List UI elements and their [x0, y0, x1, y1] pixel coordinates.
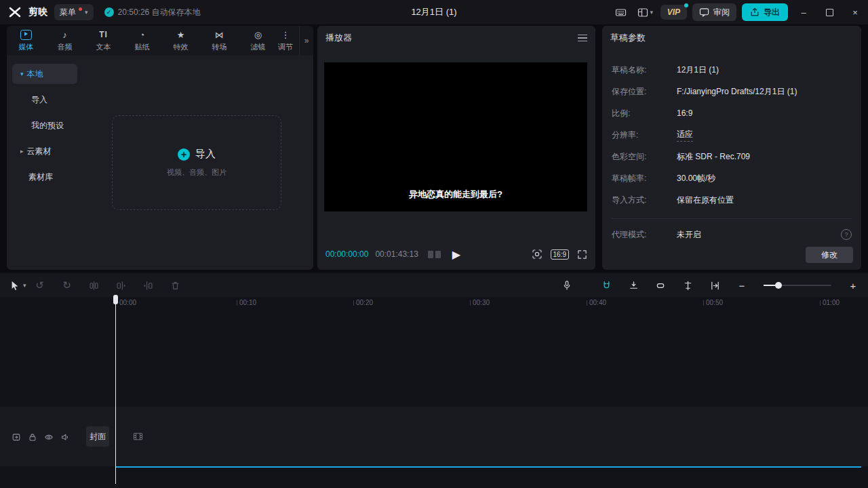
track-display-toggle-icon[interactable]	[12, 432, 21, 442]
playhead-handle[interactable]	[113, 295, 118, 304]
player-title: 播放器	[326, 32, 352, 44]
tab-audio[interactable]: ♪ 音频	[45, 26, 84, 56]
sidebar-item-cloud[interactable]: ▸ 云素材	[12, 141, 77, 161]
magnet-icon[interactable]	[601, 280, 612, 291]
review-icon	[699, 7, 709, 17]
cover-button[interactable]: 封面	[86, 426, 109, 447]
link-icon[interactable]	[655, 280, 666, 291]
tab-media[interactable]: 媒体	[7, 26, 45, 56]
export-button[interactable]: 导出	[742, 3, 788, 21]
autosave-text: 20:50:26 自动保存本地	[118, 7, 201, 18]
shortcut-keyboard-button[interactable]	[612, 4, 631, 20]
tab-transition-label: 转场	[212, 42, 227, 52]
import-label: 导入	[195, 148, 216, 161]
aspect-ratio-button[interactable]: 16:9	[551, 249, 569, 260]
video-caption: 异地恋真的能走到最后?	[409, 188, 502, 201]
edit-tools: ↺ ↻	[35, 280, 181, 291]
window-close-button[interactable]: ×	[845, 0, 865, 24]
param-row-colorspace: 色彩空间: 标准 SDR - Rec.709	[612, 146, 852, 167]
ruler-tick: 01:00	[820, 299, 840, 306]
main-track[interactable]	[0, 407, 868, 466]
tab-effects[interactable]: ★ 特效	[161, 26, 200, 56]
param-row-import-mode: 导入方式: 保留在原有位置	[612, 189, 852, 211]
review-label: 审阅	[713, 7, 730, 18]
select-tool-button[interactable]: ▾	[9, 280, 26, 291]
in-out-point-icon[interactable]	[709, 280, 720, 291]
layout-switch-button[interactable]: ▾	[636, 4, 655, 20]
player-menu-icon[interactable]	[578, 35, 587, 42]
video-preview[interactable]: 异地恋真的能走到最后?	[324, 62, 587, 211]
cover-label: 封面	[90, 431, 106, 443]
delete-icon[interactable]	[170, 280, 181, 291]
redo-icon[interactable]: ↻	[62, 280, 73, 291]
tab-sticker[interactable]: ◔ 贴纸	[123, 26, 161, 56]
trim-left-icon[interactable]	[116, 280, 127, 291]
media-sidebar: ▾ 本地 导入 我的预设 ▸ 云素材 素材库	[12, 64, 77, 192]
player-header: 播放器	[317, 26, 595, 50]
import-dropzone[interactable]: + 导入 视频、音频、图片	[112, 115, 281, 210]
vip-label: VIP	[667, 7, 680, 17]
timeline-zoom-slider[interactable]	[764, 285, 831, 286]
audio-icon: ♪	[62, 30, 67, 40]
sidebar-item-local[interactable]: ▾ 本地	[12, 64, 77, 84]
tab-transition[interactable]: ⋈ 转场	[200, 26, 239, 56]
sidebar-item-label: 我的预设	[31, 120, 64, 131]
window-maximize-button[interactable]	[819, 0, 840, 24]
ruler-tick: 00:30	[470, 299, 490, 306]
auto-snap-icon[interactable]	[628, 280, 639, 291]
fullscreen-icon[interactable]	[577, 249, 587, 260]
ruler-tick: 00:20	[353, 299, 373, 306]
menu-button[interactable]: 菜单 ▾	[54, 4, 94, 20]
trim-right-icon[interactable]	[143, 280, 154, 291]
expand-tabs-button[interactable]: »	[299, 26, 313, 56]
tab-filter-label: 滤镜	[251, 42, 266, 52]
app-window: 剪映 菜单 ▾ ✓ 20:50:26 自动保存本地 12月1日 (1)	[0, 0, 868, 488]
lock-icon[interactable]	[28, 432, 37, 442]
sidebar-item-import[interactable]: 导入	[12, 89, 77, 110]
speaker-icon[interactable]	[60, 432, 70, 442]
split-icon[interactable]	[89, 280, 100, 291]
timeline-ruler[interactable]: 00:00 00:10 00:20 00:30 00:40 00:50 01:0…	[0, 297, 868, 309]
tab-adjust[interactable]: ⋮ 调节	[277, 26, 294, 56]
transition-icon: ⋈	[215, 30, 224, 40]
zoom-in-icon[interactable]: +	[848, 280, 859, 291]
tab-audio-label: 音频	[58, 42, 73, 52]
resolution-value[interactable]: 适应	[677, 129, 693, 142]
sidebar-item-label: 导入	[31, 94, 47, 106]
undo-icon[interactable]: ↺	[35, 280, 45, 291]
sidebar-item-library[interactable]: 素材库	[12, 167, 77, 187]
tab-sticker-label: 贴纸	[135, 42, 150, 52]
frame-view-icon[interactable]	[428, 251, 441, 258]
eye-icon[interactable]	[44, 432, 54, 442]
film-clip-icon[interactable]	[133, 432, 143, 441]
play-button[interactable]: ▶	[452, 248, 460, 261]
proxy-info-icon[interactable]: ?	[841, 229, 852, 240]
params-rows: 草稿名称: 12月1日 (1) 保存位置: F:/JianyingPro Dra…	[612, 59, 852, 211]
review-button[interactable]: 审阅	[692, 3, 736, 21]
vip-badge[interactable]: VIP	[660, 5, 687, 20]
tab-text[interactable]: TI 文本	[84, 26, 123, 56]
params-title: 草稿参数	[602, 26, 861, 50]
tab-filter[interactable]: ◎ 滤镜	[239, 26, 277, 56]
maximize-icon	[826, 9, 833, 16]
export-icon	[750, 7, 760, 17]
preview-axis-icon[interactable]	[682, 280, 693, 291]
zoom-out-icon[interactable]: −	[736, 280, 747, 291]
timeline-section: ▾ ↺ ↻	[0, 272, 868, 488]
playhead[interactable]	[113, 295, 118, 485]
chevron-right-icon: ▸	[20, 148, 24, 155]
microphone-icon[interactable]	[561, 280, 572, 291]
param-row-location: 保存位置: F:/JianyingPro Drafts/12月1日 (1)	[612, 81, 852, 102]
zoom-slider-handle[interactable]	[775, 282, 782, 289]
total-duration: 00:01:43:13	[375, 249, 418, 259]
titlebar-left: 剪映 菜单 ▾ ✓ 20:50:26 自动保存本地	[0, 4, 201, 20]
titlebar-right: ▾ VIP 审阅 导出	[612, 0, 868, 24]
params-divider	[612, 218, 852, 219]
cursor-icon	[9, 280, 20, 291]
param-row-name: 草稿名称: 12月1日 (1)	[612, 59, 852, 81]
modify-button[interactable]: 修改	[806, 247, 853, 263]
preview-quality-icon[interactable]	[532, 249, 542, 260]
sidebar-item-presets[interactable]: 我的预设	[12, 115, 77, 136]
import-action: + 导入	[178, 148, 216, 161]
window-minimize-button[interactable]: –	[793, 0, 814, 24]
